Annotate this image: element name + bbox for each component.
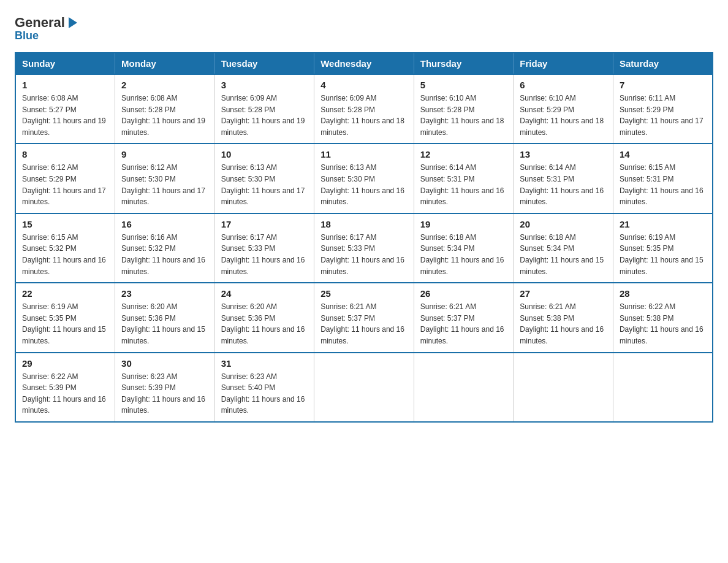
calendar-table: SundayMondayTuesdayWednesdayThursdayFrid… — [15, 52, 713, 423]
col-header-tuesday: Tuesday — [214, 53, 314, 74]
day-info: Sunrise: 6:08 AMSunset: 5:27 PMDaylight:… — [22, 94, 106, 137]
calendar-cell: 6 Sunrise: 6:10 AMSunset: 5:29 PMDayligh… — [514, 74, 613, 144]
calendar-cell: 13 Sunrise: 6:14 AMSunset: 5:31 PMDaylig… — [514, 144, 613, 213]
day-info: Sunrise: 6:21 AMSunset: 5:38 PMDaylight:… — [520, 302, 604, 345]
day-info: Sunrise: 6:23 AMSunset: 5:39 PMDaylight:… — [121, 372, 205, 415]
day-info: Sunrise: 6:18 AMSunset: 5:34 PMDaylight:… — [420, 233, 504, 276]
logo-general: General — [15, 15, 65, 31]
calendar-cell: 29 Sunrise: 6:22 AMSunset: 5:39 PMDaylig… — [15, 353, 115, 422]
day-info: Sunrise: 6:09 AMSunset: 5:28 PMDaylight:… — [320, 94, 404, 137]
day-info: Sunrise: 6:14 AMSunset: 5:31 PMDaylight:… — [420, 163, 504, 206]
day-number: 4 — [320, 80, 408, 90]
day-info: Sunrise: 6:14 AMSunset: 5:31 PMDaylight:… — [520, 163, 604, 206]
calendar-cell: 16 Sunrise: 6:16 AMSunset: 5:32 PMDaylig… — [115, 213, 215, 283]
day-number: 20 — [520, 219, 607, 229]
day-info: Sunrise: 6:12 AMSunset: 5:29 PMDaylight:… — [22, 163, 106, 206]
calendar-cell: 20 Sunrise: 6:18 AMSunset: 5:34 PMDaylig… — [514, 213, 613, 283]
day-number: 18 — [320, 219, 408, 229]
calendar-cell: 10 Sunrise: 6:13 AMSunset: 5:30 PMDaylig… — [214, 144, 314, 213]
logo-arrow-icon — [66, 16, 80, 29]
calendar-cell — [613, 353, 713, 422]
calendar-cell: 8 Sunrise: 6:12 AMSunset: 5:29 PMDayligh… — [15, 144, 115, 213]
day-info: Sunrise: 6:15 AMSunset: 5:31 PMDaylight:… — [620, 163, 703, 206]
calendar-cell: 19 Sunrise: 6:18 AMSunset: 5:34 PMDaylig… — [414, 213, 514, 283]
day-info: Sunrise: 6:13 AMSunset: 5:30 PMDaylight:… — [221, 163, 305, 206]
day-info: Sunrise: 6:08 AMSunset: 5:28 PMDaylight:… — [121, 94, 205, 137]
day-number: 17 — [221, 219, 308, 229]
day-number: 21 — [620, 219, 706, 229]
day-number: 15 — [22, 219, 108, 229]
calendar-cell: 22 Sunrise: 6:19 AMSunset: 5:35 PMDaylig… — [15, 283, 115, 352]
col-header-thursday: Thursday — [414, 53, 514, 74]
day-info: Sunrise: 6:13 AMSunset: 5:30 PMDaylight:… — [320, 163, 404, 206]
day-number: 1 — [22, 80, 108, 90]
calendar-cell: 12 Sunrise: 6:14 AMSunset: 5:31 PMDaylig… — [414, 144, 514, 213]
day-number: 22 — [22, 288, 108, 299]
calendar-cell: 17 Sunrise: 6:17 AMSunset: 5:33 PMDaylig… — [214, 213, 314, 283]
day-number: 13 — [520, 149, 607, 159]
day-number: 16 — [121, 219, 208, 229]
day-info: Sunrise: 6:15 AMSunset: 5:32 PMDaylight:… — [22, 233, 106, 276]
calendar-cell: 7 Sunrise: 6:11 AMSunset: 5:29 PMDayligh… — [613, 74, 713, 144]
day-number: 3 — [221, 80, 308, 90]
week-row-1: 1 Sunrise: 6:08 AMSunset: 5:27 PMDayligh… — [15, 74, 713, 144]
week-row-4: 22 Sunrise: 6:19 AMSunset: 5:35 PMDaylig… — [15, 283, 713, 352]
day-number: 29 — [22, 358, 108, 369]
calendar-cell: 21 Sunrise: 6:19 AMSunset: 5:35 PMDaylig… — [613, 213, 713, 283]
day-info: Sunrise: 6:22 AMSunset: 5:39 PMDaylight:… — [22, 372, 106, 415]
logo: General Blue — [15, 15, 80, 42]
calendar-cell: 1 Sunrise: 6:08 AMSunset: 5:27 PMDayligh… — [15, 74, 115, 144]
calendar-cell — [414, 353, 514, 422]
day-number: 6 — [520, 80, 607, 90]
calendar-cell: 31 Sunrise: 6:23 AMSunset: 5:40 PMDaylig… — [214, 353, 314, 422]
day-info: Sunrise: 6:10 AMSunset: 5:28 PMDaylight:… — [420, 94, 504, 137]
day-info: Sunrise: 6:12 AMSunset: 5:30 PMDaylight:… — [121, 163, 205, 206]
day-info: Sunrise: 6:16 AMSunset: 5:32 PMDaylight:… — [121, 233, 205, 276]
col-header-friday: Friday — [514, 53, 613, 74]
day-info: Sunrise: 6:10 AMSunset: 5:29 PMDaylight:… — [520, 94, 604, 137]
day-number: 27 — [520, 288, 607, 299]
day-number: 10 — [221, 149, 308, 159]
day-number: 28 — [620, 288, 706, 299]
calendar-cell: 15 Sunrise: 6:15 AMSunset: 5:32 PMDaylig… — [15, 213, 115, 283]
calendar-cell: 28 Sunrise: 6:22 AMSunset: 5:38 PMDaylig… — [613, 283, 713, 352]
calendar-cell: 25 Sunrise: 6:21 AMSunset: 5:37 PMDaylig… — [314, 283, 414, 352]
day-info: Sunrise: 6:09 AMSunset: 5:28 PMDaylight:… — [221, 94, 305, 137]
calendar-cell: 11 Sunrise: 6:13 AMSunset: 5:30 PMDaylig… — [314, 144, 414, 213]
col-header-saturday: Saturday — [613, 53, 713, 74]
calendar-cell: 18 Sunrise: 6:17 AMSunset: 5:33 PMDaylig… — [314, 213, 414, 283]
day-number: 25 — [320, 288, 408, 299]
calendar-cell — [314, 353, 414, 422]
day-info: Sunrise: 6:11 AMSunset: 5:29 PMDaylight:… — [620, 94, 703, 137]
day-info: Sunrise: 6:22 AMSunset: 5:38 PMDaylight:… — [620, 302, 703, 345]
day-number: 9 — [121, 149, 208, 159]
page-header: General Blue — [15, 15, 713, 42]
calendar-cell — [514, 353, 613, 422]
calendar-cell: 26 Sunrise: 6:21 AMSunset: 5:37 PMDaylig… — [414, 283, 514, 352]
calendar-cell: 24 Sunrise: 6:20 AMSunset: 5:36 PMDaylig… — [214, 283, 314, 352]
calendar-cell: 3 Sunrise: 6:09 AMSunset: 5:28 PMDayligh… — [214, 74, 314, 144]
day-info: Sunrise: 6:17 AMSunset: 5:33 PMDaylight:… — [221, 233, 305, 276]
day-info: Sunrise: 6:17 AMSunset: 5:33 PMDaylight:… — [320, 233, 404, 276]
day-number: 19 — [420, 219, 507, 229]
calendar-cell: 14 Sunrise: 6:15 AMSunset: 5:31 PMDaylig… — [613, 144, 713, 213]
day-info: Sunrise: 6:20 AMSunset: 5:36 PMDaylight:… — [121, 302, 205, 345]
day-number: 7 — [620, 80, 706, 90]
day-number: 26 — [420, 288, 507, 299]
day-info: Sunrise: 6:23 AMSunset: 5:40 PMDaylight:… — [221, 372, 305, 415]
col-header-sunday: Sunday — [15, 53, 115, 74]
day-number: 23 — [121, 288, 208, 299]
day-info: Sunrise: 6:21 AMSunset: 5:37 PMDaylight:… — [320, 302, 404, 345]
calendar-cell: 2 Sunrise: 6:08 AMSunset: 5:28 PMDayligh… — [115, 74, 215, 144]
week-row-5: 29 Sunrise: 6:22 AMSunset: 5:39 PMDaylig… — [15, 353, 713, 422]
day-number: 14 — [620, 149, 706, 159]
day-info: Sunrise: 6:20 AMSunset: 5:36 PMDaylight:… — [221, 302, 305, 345]
day-info: Sunrise: 6:18 AMSunset: 5:34 PMDaylight:… — [520, 233, 604, 276]
calendar-body: 1 Sunrise: 6:08 AMSunset: 5:27 PMDayligh… — [15, 74, 713, 422]
col-header-wednesday: Wednesday — [314, 53, 414, 74]
day-number: 24 — [221, 288, 308, 299]
calendar-cell: 5 Sunrise: 6:10 AMSunset: 5:28 PMDayligh… — [414, 74, 514, 144]
day-number: 2 — [121, 80, 208, 90]
day-info: Sunrise: 6:21 AMSunset: 5:37 PMDaylight:… — [420, 302, 504, 345]
day-number: 11 — [320, 149, 408, 159]
